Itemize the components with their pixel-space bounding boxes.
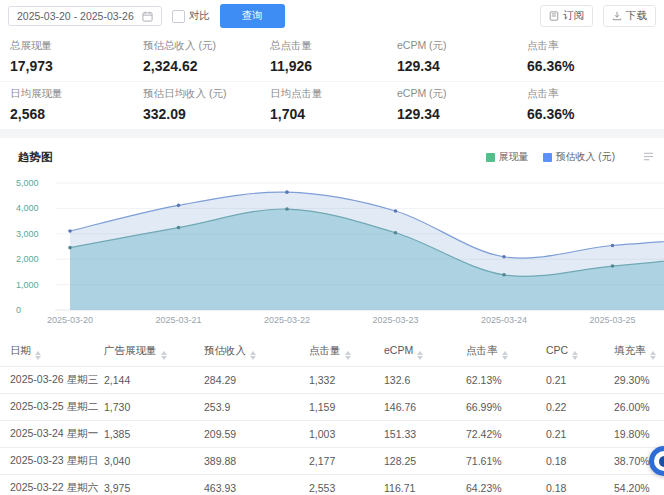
stat-value: 1,704 (270, 106, 397, 122)
legend-item-revenue[interactable]: 预估收入 (元) (543, 150, 615, 164)
date-range-value: 2025-03-20 - 2025-03-26 (17, 10, 134, 22)
subscribe-icon (549, 11, 559, 21)
trend-chart-canvas[interactable]: 01,0002,0003,0004,0005,0002025-03-202025… (0, 168, 664, 328)
stat-daily-clicks: 日均点击量 1,704 (270, 87, 397, 122)
stat-value: 129.34 (397, 106, 527, 122)
data-point (394, 209, 398, 213)
sort-icon[interactable] (161, 351, 167, 360)
data-point (394, 231, 398, 235)
table-cell: 1,385 (100, 421, 200, 448)
sort-icon[interactable] (502, 351, 508, 360)
section-divider (0, 130, 664, 138)
data-point (177, 226, 181, 230)
table-cell: 132.6 (380, 367, 462, 394)
table-cell: 71.61% (462, 448, 542, 475)
table-cell: 3,975 (100, 475, 200, 495)
column-header[interactable]: eCPM (380, 338, 462, 367)
chart-toolbox-icon[interactable] (643, 148, 654, 166)
toolbar: 2025-03-20 - 2025-03-26 对比 查询 订阅 (0, 0, 664, 34)
stat-label: eCPM (元) (397, 39, 527, 53)
table-cell: 19.80% (610, 421, 664, 448)
column-header[interactable]: 广告展现量 (100, 338, 200, 367)
svg-text:2025-03-23: 2025-03-23 (372, 315, 418, 325)
trend-chart[interactable]: 01,0002,0003,0004,0005,0002025-03-202025… (0, 168, 664, 328)
column-header[interactable]: 点击率 (462, 338, 542, 367)
svg-text:3,000: 3,000 (16, 229, 39, 239)
chart-title: 趋势图 (18, 150, 53, 165)
stat-label: 日均展现量 (10, 87, 143, 101)
data-point (68, 246, 72, 250)
sort-icon[interactable] (345, 351, 351, 360)
data-point (502, 273, 506, 277)
stat-label: 总展现量 (10, 39, 143, 53)
download-button[interactable]: 下载 (603, 5, 656, 27)
data-point (611, 244, 615, 248)
table-cell: 2025-03-23 星期日 (0, 448, 100, 475)
table-row: 2025-03-22 星期六3,975463.932,553116.7164.2… (0, 475, 664, 495)
subscribe-label: 订阅 (563, 9, 584, 23)
table-cell: 2025-03-25 星期二 (0, 394, 100, 421)
table-cell: 0.18 (542, 475, 610, 495)
table-cell: 116.71 (380, 475, 462, 495)
legend-swatch-blue (543, 153, 552, 162)
calendar-icon (142, 11, 153, 22)
legend-label: 预估收入 (元) (556, 150, 615, 164)
table-cell: 3,040 (100, 448, 200, 475)
query-button[interactable]: 查询 (220, 4, 285, 28)
stats-row-daily: 日均展现量 2,568 预估日均收入 (元) 332.09 日均点击量 1,70… (0, 82, 664, 130)
stat-ecpm: eCPM (元) 129.34 (397, 39, 527, 74)
table-cell: 146.76 (380, 394, 462, 421)
stat-daily-revenue: 预估日均收入 (元) 332.09 (143, 87, 270, 122)
table-cell: 253.9 (200, 394, 305, 421)
column-header[interactable]: 填充率 (610, 338, 664, 367)
stat-total-clicks: 总点击量 11,926 (270, 39, 397, 74)
sort-icon[interactable] (35, 351, 41, 360)
date-range-picker[interactable]: 2025-03-20 - 2025-03-26 (8, 6, 162, 26)
sort-icon[interactable] (250, 351, 256, 360)
dashboard-page: 2025-03-20 - 2025-03-26 对比 查询 订阅 (0, 0, 664, 495)
widget-ring (654, 451, 664, 471)
download-icon (612, 11, 622, 21)
sort-icon[interactable] (572, 351, 578, 360)
table-cell: 29.30% (610, 367, 664, 394)
svg-text:2025-03-22: 2025-03-22 (264, 315, 310, 325)
table-cell: 66.99% (462, 394, 542, 421)
stat-value: 129.34 (397, 58, 527, 74)
table-cell: 209.59 (200, 421, 305, 448)
svg-text:2025-03-21: 2025-03-21 (155, 315, 201, 325)
table-cell: 284.29 (200, 367, 305, 394)
legend-label: 展现量 (499, 150, 529, 164)
column-header[interactable]: 日期 (0, 338, 100, 367)
table-cell: 1,159 (305, 394, 380, 421)
compare-checkbox-wrap: 对比 (172, 9, 210, 23)
stat-value: 2,568 (10, 106, 143, 122)
legend-item-impressions[interactable]: 展现量 (486, 150, 529, 164)
table-cell: 2025-03-22 星期六 (0, 475, 100, 495)
column-header[interactable]: 点击量 (305, 338, 380, 367)
stat-label: 总点击量 (270, 39, 397, 53)
table-cell: 26.00% (610, 394, 664, 421)
column-header[interactable]: 预估收入 (200, 338, 305, 367)
sort-icon[interactable] (650, 351, 656, 360)
subscribe-button[interactable]: 订阅 (540, 5, 593, 27)
data-point (177, 204, 181, 208)
compare-checkbox[interactable] (172, 10, 185, 23)
daily-table: 日期广告展现量预估收入点击量eCPM点击率CPC填充率 2025-03-26 星… (0, 338, 664, 495)
table-cell: 54.20% (610, 475, 664, 495)
data-point (502, 255, 506, 259)
legend-swatch-green (486, 153, 495, 162)
column-header[interactable]: CPC (542, 338, 610, 367)
table-cell: 389.88 (200, 448, 305, 475)
table-row: 2025-03-23 星期日3,040389.882,177128.2571.6… (0, 448, 664, 475)
table-cell: 2025-03-24 星期一 (0, 421, 100, 448)
table-cell: 2,177 (305, 448, 380, 475)
sort-icon[interactable] (417, 351, 423, 360)
chart-legend: 展现量 预估收入 (元) (486, 148, 656, 166)
daily-table-body: 2025-03-26 星期三2,144284.291,332132.662.13… (0, 367, 664, 495)
compare-label: 对比 (189, 9, 210, 23)
table-cell: 2,144 (100, 367, 200, 394)
table-cell: 0.21 (542, 367, 610, 394)
stat-label: 预估总收入 (元) (143, 39, 270, 53)
daily-table-head: 日期广告展现量预估收入点击量eCPM点击率CPC填充率 (0, 338, 664, 367)
table-row: 2025-03-25 星期二1,730253.91,159146.7666.99… (0, 394, 664, 421)
